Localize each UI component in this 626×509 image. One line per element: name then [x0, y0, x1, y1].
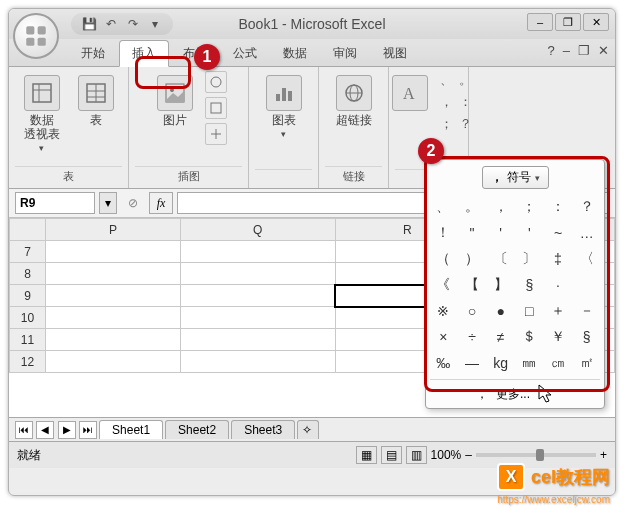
- svg-rect-14: [211, 103, 221, 113]
- smartart-button[interactable]: [205, 123, 227, 145]
- shapes-button[interactable]: [205, 97, 227, 119]
- quick-access-toolbar: 💾 ↶ ↷ ▾: [71, 13, 173, 35]
- fx-button[interactable]: fx: [149, 192, 173, 214]
- svg-rect-2: [26, 38, 34, 46]
- first-sheet-icon[interactable]: ⏮: [15, 421, 33, 439]
- sheet-tab-2[interactable]: Sheet2: [165, 420, 229, 439]
- name-box[interactable]: R9: [15, 192, 95, 214]
- sheet-nav[interactable]: ⏮ ◀ ▶ ⏭: [15, 421, 97, 439]
- watermark-url: https://www.exceljcw.com: [497, 494, 610, 505]
- svg-rect-3: [38, 38, 46, 46]
- qat-dropdown-icon[interactable]: ▾: [147, 16, 163, 32]
- title-bar: 💾 ↶ ↷ ▾ Book1 - Microsoft Excel – ❐ ✕: [9, 9, 615, 39]
- tab-view[interactable]: 视图: [371, 41, 419, 66]
- doc-minimize-button[interactable]: –: [563, 43, 570, 58]
- svg-rect-4: [33, 84, 51, 102]
- tab-formulas[interactable]: 公式: [221, 41, 269, 66]
- tab-review[interactable]: 审阅: [321, 41, 369, 66]
- row-header[interactable]: 9: [10, 285, 46, 307]
- chart-label: 图表: [272, 113, 296, 127]
- sheet-tab-3[interactable]: Sheet3: [231, 420, 295, 439]
- svg-point-13: [211, 77, 221, 87]
- doc-close-button[interactable]: ✕: [598, 43, 609, 58]
- office-button[interactable]: [13, 13, 59, 59]
- sheet-tab-1[interactable]: Sheet1: [99, 420, 163, 439]
- svg-rect-0: [26, 26, 34, 34]
- pivot-table-button[interactable]: 数据 透视表 ▾: [18, 71, 66, 157]
- hyperlink-icon: [336, 75, 372, 111]
- status-ready: 就绪: [17, 447, 41, 464]
- zoom-slider[interactable]: [476, 453, 596, 457]
- window-title: Book1 - Microsoft Excel: [238, 16, 385, 32]
- picture-label: 图片: [163, 113, 187, 127]
- svg-rect-15: [276, 94, 280, 101]
- chart-group-label: [255, 169, 312, 186]
- view-layout-icon[interactable]: ▤: [381, 446, 402, 464]
- hyperlink-button[interactable]: 超链接: [330, 71, 378, 131]
- illustrations-group-label: 插图: [135, 166, 242, 186]
- clipart-button[interactable]: [205, 71, 227, 93]
- tab-data[interactable]: 数据: [271, 41, 319, 66]
- callout-badge-2: 2: [418, 138, 444, 164]
- text-button[interactable]: A: [386, 71, 434, 115]
- pivot-label: 数据 透视表: [24, 113, 60, 141]
- watermark-logo: X: [497, 463, 525, 491]
- table-button[interactable]: 表: [72, 71, 120, 131]
- text-icon: A: [392, 75, 428, 111]
- view-pagebreak-icon[interactable]: ▥: [406, 446, 427, 464]
- chevron-down-icon: ▾: [281, 129, 286, 139]
- zoom-in-button[interactable]: +: [600, 448, 607, 462]
- row-header[interactable]: 8: [10, 263, 46, 285]
- row-header[interactable]: 10: [10, 307, 46, 329]
- table-label: 表: [90, 113, 102, 127]
- chart-icon: [266, 75, 302, 111]
- view-normal-icon[interactable]: ▦: [356, 446, 377, 464]
- svg-rect-17: [288, 91, 292, 101]
- chart-button[interactable]: 图表 ▾: [260, 71, 308, 143]
- watermark-text: cel教程网: [531, 465, 610, 489]
- prev-sheet-icon[interactable]: ◀: [36, 421, 54, 439]
- zoom-level[interactable]: 100%: [431, 448, 462, 462]
- zoom-out-button[interactable]: –: [465, 448, 472, 462]
- table-icon: [78, 75, 114, 111]
- select-all-corner[interactable]: [10, 219, 46, 241]
- row-header[interactable]: 11: [10, 329, 46, 351]
- svg-text:A: A: [403, 85, 415, 102]
- last-sheet-icon[interactable]: ⏭: [79, 421, 97, 439]
- column-header[interactable]: P: [46, 219, 181, 241]
- minimize-button[interactable]: –: [527, 13, 553, 31]
- svg-rect-16: [282, 88, 286, 101]
- undo-icon[interactable]: ↶: [103, 16, 119, 32]
- next-sheet-icon[interactable]: ▶: [58, 421, 76, 439]
- name-box-dropdown[interactable]: ▾: [99, 192, 117, 214]
- watermark: X cel教程网 https://www.exceljcw.com: [497, 463, 610, 491]
- tables-group-label: 表: [15, 166, 122, 186]
- hyperlink-label: 超链接: [336, 113, 372, 127]
- doc-restore-button[interactable]: ❐: [578, 43, 590, 58]
- callout-symbol-popup: [424, 156, 610, 392]
- callout-insert-tab: [135, 56, 191, 89]
- redo-icon[interactable]: ↷: [125, 16, 141, 32]
- chevron-down-icon: ▾: [39, 143, 44, 153]
- help-icon[interactable]: ?: [548, 43, 555, 58]
- column-header[interactable]: Q: [180, 219, 335, 241]
- pivot-table-icon: [24, 75, 60, 111]
- tab-home[interactable]: 开始: [69, 41, 117, 66]
- svg-rect-1: [38, 26, 46, 34]
- row-header[interactable]: 7: [10, 241, 46, 263]
- new-sheet-button[interactable]: ✧: [297, 420, 319, 439]
- sheet-tab-bar: ⏮ ◀ ▶ ⏭ Sheet1 Sheet2 Sheet3 ✧: [9, 418, 615, 442]
- maximize-button[interactable]: ❐: [555, 13, 581, 31]
- save-icon[interactable]: 💾: [81, 16, 97, 32]
- close-button[interactable]: ✕: [583, 13, 609, 31]
- ribbon-tabs: 开始 插入 布局 公式 数据 审阅 视图 ? – ❐ ✕: [9, 39, 615, 67]
- callout-badge-1: 1: [194, 44, 220, 70]
- link-group-label: 链接: [325, 166, 382, 186]
- row-header[interactable]: 12: [10, 351, 46, 373]
